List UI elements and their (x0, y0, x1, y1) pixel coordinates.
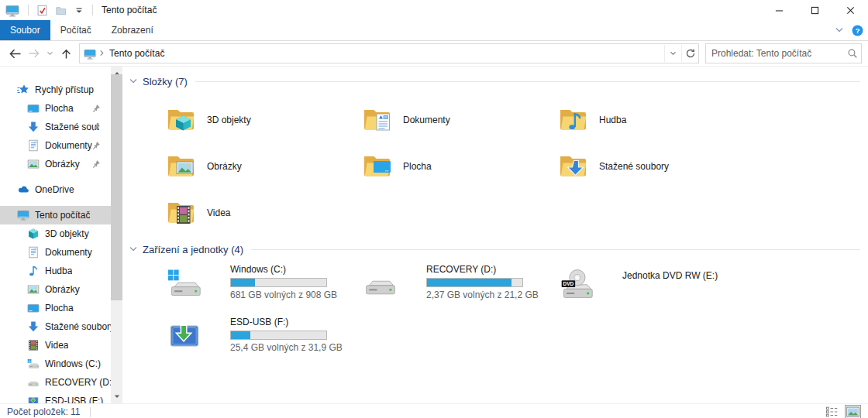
tab-soubor[interactable]: Soubor (0, 20, 50, 40)
sidebar-item-recovery-d[interactable]: RECOVERY (D:) (0, 373, 111, 392)
drive-tile-esd-usb-f[interactable]: ESD-USB (F:) 25,4 GB volných z 31,9 GB (167, 316, 356, 368)
back-button[interactable] (5, 43, 25, 63)
tab-po-ta[interactable]: Počítač (50, 20, 102, 40)
tab-zobrazen[interactable]: Zobrazení (102, 20, 164, 40)
folder-tile-videa[interactable]: Videa (167, 190, 353, 236)
sidebar-item-hudba[interactable]: Hudba (0, 262, 111, 280)
help-icon: ? (852, 25, 863, 36)
sidebar-item-icon (17, 209, 29, 221)
properties-button[interactable] (34, 3, 50, 17)
sidebar-item-dokumenty[interactable]: Dokumenty (0, 136, 111, 155)
drive-tile-windows-c[interactable]: Windows (C:) 681 GB volných z 908 GB (167, 263, 356, 316)
sidebar-item-obr-zky[interactable]: Obrázky (0, 280, 111, 299)
group-header-rule (195, 81, 860, 82)
maximize-button[interactable] (797, 0, 832, 20)
titlebar-separator (92, 5, 93, 15)
ribbon-tab-bar: SouborPočítačZobrazení ? (0, 20, 868, 41)
sidebar-item-rychl-p-stup[interactable]: Rychlý přístup (0, 81, 111, 99)
sidebar-item-onedrive[interactable]: OneDrive (0, 180, 111, 199)
minimize-button[interactable] (761, 0, 797, 20)
folder-label: 3D objekty (207, 115, 251, 125)
sidebar-item-plocha[interactable]: Plocha (0, 299, 111, 317)
breadcrumb-chevron-icon[interactable] (99, 50, 105, 57)
svg-text:DVD: DVD (563, 281, 574, 286)
folder-label: Videa (207, 207, 230, 218)
sidebar-item-windows-c[interactable]: Windows (C:) (0, 355, 111, 373)
search-button[interactable] (844, 48, 861, 59)
forward-button[interactable] (25, 43, 43, 63)
sidebar-item-sta-en-soubory[interactable]: Stažené soubory (0, 317, 111, 336)
quick-access-toolbar-dropdown[interactable] (71, 3, 87, 17)
folder-tile-3d-objekty[interactable]: 3D objekty (167, 97, 353, 143)
folder-icon (363, 153, 394, 180)
item-count-label: Počet položek: 11 (7, 406, 81, 417)
sidebar-item-plocha[interactable]: Plocha (0, 99, 111, 118)
sidebar-item-label: ESD-USB (F:) (45, 396, 103, 403)
help-button[interactable]: ? (852, 20, 863, 40)
close-icon (846, 6, 855, 15)
sidebar-item-label: Rychlý přístup (35, 84, 94, 95)
scroll-down-button[interactable] (111, 390, 122, 403)
sidebar-item-3d-objekty[interactable]: 3D objekty (0, 224, 111, 243)
sidebar-item-dokumenty[interactable]: Dokumenty (0, 243, 111, 262)
details-view-button[interactable] (825, 406, 839, 418)
folder-label: Plocha (403, 161, 432, 172)
folder-label: Dokumenty (403, 115, 450, 125)
folder-icon (559, 107, 590, 133)
breadcrumb-location[interactable]: Tento počítač (109, 48, 164, 59)
folder-label: Obrázky (207, 161, 242, 172)
collapse-group-chevron-icon[interactable] (129, 246, 138, 252)
sidebar-item-label: Stažené soubory (45, 321, 111, 332)
search-magnifier-icon (847, 48, 858, 59)
address-bar[interactable]: Tento počítač (79, 43, 699, 63)
new-folder-button[interactable] (53, 3, 68, 17)
sidebar-scrollbar[interactable] (111, 67, 122, 403)
scroll-down-icon (114, 395, 120, 399)
qat-dropdown-icon (75, 6, 83, 14)
sidebar-item-esd-usb-f[interactable]: ESD-USB (F:) (0, 392, 111, 403)
drive-capacity-bar (230, 278, 327, 287)
folder-tile-dokumenty[interactable]: Dokumenty (363, 97, 549, 143)
explorer-window: Tento počítač SouborPočítačZobrazení ? T… (0, 0, 868, 418)
drive-tile-jednotka-dvd-rw-e[interactable]: DVD Jednotka DVD RW (E:) (559, 263, 749, 316)
address-location-icon (84, 48, 96, 59)
sidebar-item-tento-po-ta[interactable]: Tento počítač (0, 206, 111, 224)
window-body: Rychlý přístup Plocha Stažené soubory Do… (0, 67, 868, 403)
sidebar-item-icon (27, 283, 40, 296)
recent-locations-button[interactable] (43, 43, 56, 63)
sidebar-item-obr-zky[interactable]: Obrázky (0, 155, 111, 173)
sidebar-item-icon (27, 395, 40, 403)
folders-group-header: Složky (7) (129, 75, 860, 87)
folder-tile-sta-en-soubory[interactable]: Stažené soubory (559, 143, 745, 190)
thumbnail-view-button[interactable] (846, 406, 860, 418)
maximize-icon (811, 6, 819, 15)
sidebar-item-icon (27, 358, 40, 370)
drive-icon (167, 316, 230, 368)
search-input[interactable] (706, 48, 844, 59)
pin-icon (91, 122, 101, 132)
folder-icon (363, 107, 394, 133)
scrollbar-thumb[interactable] (111, 74, 122, 300)
drive-free-space: 2,37 GB volných z 21,2 GB (426, 290, 539, 300)
folder-tile-plocha[interactable]: Plocha (363, 143, 549, 190)
sidebar-item-label: RECOVERY (D:) (45, 377, 111, 388)
folder-icon (167, 153, 198, 180)
this-pc-icon (5, 4, 19, 16)
drive-tile-recovery-d[interactable]: RECOVERY (D:) 2,37 GB volných z 21,2 GB (363, 263, 553, 316)
ribbon-collapse-chevron-icon (835, 27, 844, 33)
close-button[interactable] (832, 0, 868, 20)
address-dropdown-button[interactable] (664, 45, 681, 62)
folders-grid: 3D objekty Dokumenty Hudba Obrázky Ploch… (167, 97, 860, 236)
drive-name: ESD-USB (F:) (230, 317, 343, 329)
sidebar-item-videa[interactable]: Videa (0, 336, 111, 355)
collapse-group-chevron-icon[interactable] (129, 78, 138, 84)
folder-tile-obr-zky[interactable]: Obrázky (167, 143, 353, 190)
sidebar-item-icon (27, 139, 40, 152)
ribbon-collapse-button[interactable] (835, 20, 844, 40)
drive-info: RECOVERY (D:) 2,37 GB volných z 21,2 GB (426, 263, 539, 316)
refresh-icon (685, 48, 696, 59)
up-button[interactable] (56, 43, 76, 63)
folder-tile-hudba[interactable]: Hudba (559, 97, 745, 143)
sidebar-item-sta-en-soubory[interactable]: Stažené soubory (0, 118, 111, 136)
refresh-button[interactable] (681, 45, 698, 62)
